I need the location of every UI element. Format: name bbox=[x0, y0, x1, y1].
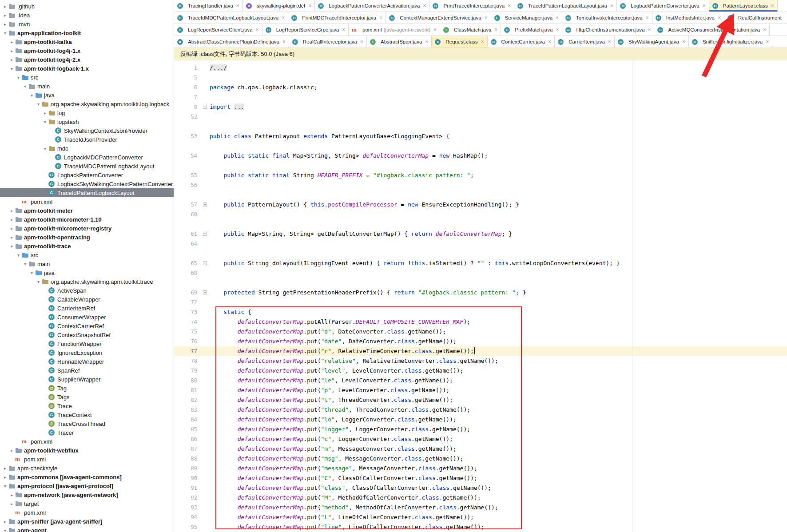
code-line-85[interactable]: 85 defaultConverterMap.put("logger", Log… bbox=[174, 425, 787, 434]
close-icon[interactable]: × bbox=[256, 27, 259, 33]
close-icon[interactable]: × bbox=[282, 15, 285, 21]
tree-item-logbackpatternconverter[interactable]: CLogbackPatternConverter bbox=[0, 171, 174, 179]
fold-expand-icon[interactable]: + bbox=[203, 261, 207, 265]
chevron-right-icon[interactable]: ▸ bbox=[2, 4, 8, 9]
tab-abstractspan-java[interactable]: IAbstractSpan.java× bbox=[367, 36, 432, 48]
tree-item-runnablewrapper[interactable]: CRunnableWrapper bbox=[0, 357, 174, 366]
close-icon[interactable]: × bbox=[703, 3, 706, 9]
code-line-90[interactable]: 90 defaultConverterMap.put("C", ClassOfC… bbox=[174, 473, 787, 483]
code-line-72[interactable]: 72 bbox=[174, 298, 787, 307]
code-line-93[interactable]: 93 defaultConverterMap.put("method", Met… bbox=[174, 503, 787, 512]
tree-item-traceidpatternlogbacklayout[interactable]: CTraceIdPatternLogbackLayout bbox=[0, 188, 174, 197]
tree-item-apm-agent[interactable]: ▾apm-agent bbox=[0, 526, 174, 532]
close-icon[interactable]: × bbox=[610, 3, 613, 9]
chevron-down-icon[interactable]: ▾ bbox=[15, 253, 22, 258]
tab-classmatch-java[interactable]: IClassMatch.java× bbox=[440, 24, 501, 36]
tree-item-apm-commons-java-agent-commons[interactable]: ▸apm-commons [java-agent-commons] bbox=[0, 472, 174, 481]
tree-item-apm-network-java-agent-network[interactable]: ▸apm-network [java-agent-network] bbox=[0, 490, 174, 499]
close-icon[interactable]: × bbox=[423, 3, 426, 9]
tree-item-logbackskywalkingcontextpatternconverter[interactable]: CLogbackSkyWalkingContextPatternConverte… bbox=[0, 179, 174, 188]
tree-item-contextsnapshotref[interactable]: CContextSnapshotRef bbox=[0, 330, 174, 339]
tree-item-carrieritemref[interactable]: CCarrierItemRef bbox=[0, 304, 174, 313]
tab-tomcatinvokeinterceptor-java[interactable]: CTomcatInvokeInterceptor.java× bbox=[562, 12, 652, 24]
tree-item-main[interactable]: ▾main bbox=[0, 259, 174, 268]
fold-expand-icon[interactable]: + bbox=[203, 232, 207, 236]
code-line-91[interactable]: 91 defaultConverterMap.put("class", Clas… bbox=[174, 483, 787, 493]
tab-prefixmatch-java[interactable]: CPrefixMatch.java× bbox=[501, 24, 562, 36]
tree-item-src[interactable]: ▾src bbox=[0, 73, 174, 82]
chevron-right-icon[interactable]: ▸ bbox=[8, 226, 15, 231]
code-line-8[interactable]: 8+import ... bbox=[174, 102, 787, 112]
chevron-right-icon[interactable]: ▸ bbox=[8, 448, 15, 453]
tab-patternlayout-class[interactable]: CPatternLayout.class× bbox=[709, 0, 778, 12]
code-line-69[interactable]: 69+ protected String getPresentationHead… bbox=[174, 288, 787, 298]
close-icon[interactable]: × bbox=[556, 27, 559, 33]
chevron-right-icon[interactable]: ▸ bbox=[2, 475, 8, 480]
code-line-88[interactable]: 88 defaultConverterMap.put("msg", Messag… bbox=[174, 454, 787, 464]
close-icon[interactable]: × bbox=[608, 39, 611, 45]
tree-item-target[interactable]: ▸target bbox=[0, 499, 174, 508]
code-line-89[interactable]: 89 defaultConverterMap.put("message", Me… bbox=[174, 464, 787, 473]
code-line-78[interactable]: 78 defaultConverterMap.put("relative", R… bbox=[174, 356, 787, 366]
tree-item-idea[interactable]: ▸.idea bbox=[0, 11, 174, 20]
code-line-74[interactable]: 74 defaultConverterMap.putAll(Parser.DEF… bbox=[174, 317, 787, 327]
tab-logbackpatternconverteractivation-java[interactable]: CLogbackPatternConverterActivation.java× bbox=[315, 0, 429, 12]
chevron-right-icon[interactable]: ▸ bbox=[8, 501, 15, 506]
chevron-down-icon[interactable]: ▾ bbox=[2, 31, 8, 36]
fold-expand-icon[interactable]: + bbox=[203, 105, 207, 109]
tab-instmethodsinter-java[interactable]: CInstMethodsInter.java× bbox=[652, 12, 724, 24]
tab-skywalkingagent-java[interactable]: CSkyWalkingAgent.java× bbox=[615, 36, 689, 48]
code-line-7[interactable]: 7 bbox=[174, 92, 787, 102]
tab-httpclientinstrumentation-java[interactable]: CHttpClientInstrumentation.java× bbox=[562, 24, 654, 36]
tree-item-apm-toolkit-log4j-1-x[interactable]: ▸apm-toolkit-log4j-1.x bbox=[0, 46, 174, 55]
tab-traceidpatternlogbacklayout-java[interactable]: CTraceIdPatternLogbackLayout.java× bbox=[514, 0, 617, 12]
code-line-52[interactable]: 52 bbox=[174, 112, 787, 122]
close-icon[interactable]: × bbox=[556, 15, 559, 21]
tree-item-main[interactable]: ▾main bbox=[0, 82, 174, 91]
close-icon[interactable]: × bbox=[508, 3, 511, 9]
tree-item-apm-toolkit-opentracing[interactable]: ▸apm-toolkit-opentracing bbox=[0, 233, 174, 242]
chevron-down-icon[interactable]: ▾ bbox=[28, 270, 35, 275]
close-icon[interactable]: × bbox=[481, 39, 484, 45]
tab-realcallinstrument[interactable]: CRealCallInstrument bbox=[724, 12, 785, 24]
close-icon[interactable]: × bbox=[425, 39, 428, 45]
close-icon[interactable]: × bbox=[308, 3, 311, 9]
code-line-68[interactable]: 68 bbox=[174, 268, 787, 278]
fold-expand-icon[interactable]: + bbox=[203, 202, 207, 206]
code-line-86[interactable]: 86 defaultConverterMap.put("c", LoggerCo… bbox=[174, 434, 787, 444]
close-icon[interactable]: × bbox=[379, 15, 382, 21]
close-icon[interactable]: × bbox=[718, 15, 721, 21]
tab-logreportservicegrpc-java[interactable]: CLogReportServiceGrpc.java× bbox=[262, 24, 349, 36]
chevron-down-icon[interactable]: ▾ bbox=[8, 244, 15, 249]
tree-item-ignoredexception[interactable]: CIgnoredException bbox=[0, 348, 174, 357]
tree-item-activespan[interactable]: CActiveSpan bbox=[0, 286, 174, 295]
chevron-right-icon[interactable]: ▸ bbox=[2, 22, 8, 27]
tree-item-logstash[interactable]: ▾logstash bbox=[0, 117, 174, 126]
code-line-53[interactable]: 53public class PatternLayout extends Pat… bbox=[174, 131, 787, 141]
tab-activemqconsumerinstrumentation-java[interactable]: CActiveMQConsumerInstrumentation.java× bbox=[654, 24, 769, 36]
code-line-64[interactable]: 64 bbox=[174, 239, 787, 249]
tree-item-log[interactable]: ▸log bbox=[0, 108, 174, 117]
tab-request-class[interactable]: CRequest.class× bbox=[432, 36, 487, 48]
chevron-down-icon[interactable]: ▾ bbox=[22, 84, 28, 89]
tree-item-functionwrapper[interactable]: CFunctionWrapper bbox=[0, 339, 174, 348]
code-line-94[interactable]: 94 defaultConverterMap.put("L", LineOfCa… bbox=[174, 512, 787, 522]
tab-servicemanager-java[interactable]: EServiceManager.java× bbox=[491, 12, 562, 24]
tab-skywalking-plugin-def[interactable]: dskywalking-plugin.def× bbox=[243, 0, 315, 12]
tree-item-pom-xml[interactable]: mpom.xml bbox=[0, 455, 174, 464]
close-icon[interactable]: × bbox=[282, 39, 286, 45]
tree-item-tag[interactable]: @Tag bbox=[0, 384, 174, 393]
tree-item-consumerwrapper[interactable]: CConsumerWrapper bbox=[0, 313, 174, 322]
chevron-down-icon[interactable]: ▾ bbox=[15, 75, 22, 80]
tree-item-apm-toolkit-kafka[interactable]: ▸apm-toolkit-kafka bbox=[0, 37, 174, 46]
tree-item-apm-toolkit-trace[interactable]: ▾apm-toolkit-trace bbox=[0, 242, 174, 250]
tree-item-apm-protocol-java-agent-protocol[interactable]: ▾apm-protocol [java-agent-protocol] bbox=[0, 481, 174, 490]
tree-item-java[interactable]: ▾java bbox=[0, 91, 174, 99]
tab-realcallinterceptor-java[interactable]: CRealCallInterceptor.java× bbox=[289, 36, 367, 48]
close-icon[interactable]: × bbox=[646, 15, 649, 21]
tree-item-apm-toolkit-log4j-2-x[interactable]: ▸apm-toolkit-log4j-2.x bbox=[0, 55, 174, 64]
tree-item-supplierwrapper[interactable]: CSupplierWrapper bbox=[0, 375, 174, 384]
tree-item-apm-toolkit-micrometer-registry[interactable]: ▸apm-toolkit-micrometer-registry bbox=[0, 224, 174, 233]
code-line-79[interactable]: 79 defaultConverterMap.put("level", Leve… bbox=[174, 366, 787, 376]
chevron-down-icon[interactable]: ▾ bbox=[2, 484, 8, 488]
